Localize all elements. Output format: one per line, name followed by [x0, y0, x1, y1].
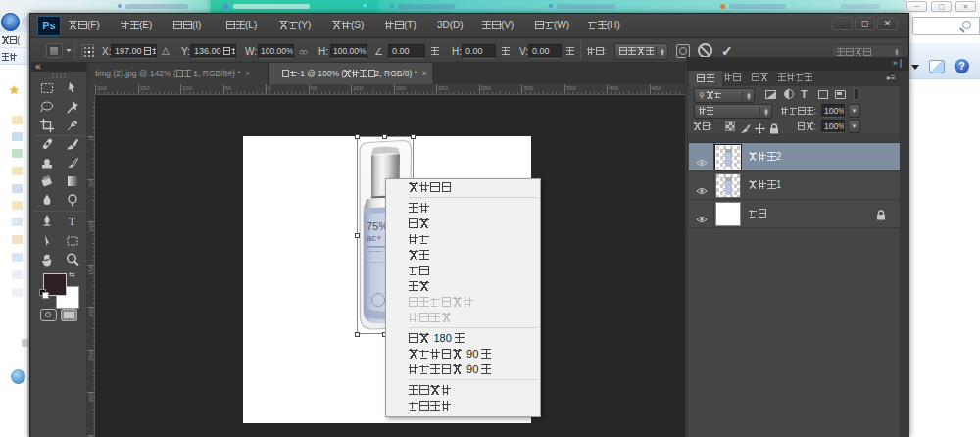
- svg-text:T: T: [69, 214, 76, 228]
